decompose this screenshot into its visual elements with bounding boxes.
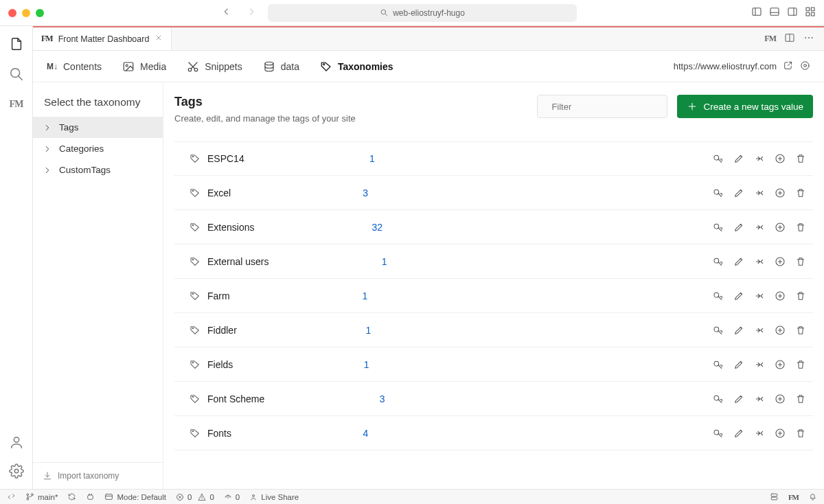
show-contents-icon[interactable]	[713, 153, 724, 164]
show-contents-icon[interactable]	[713, 187, 724, 198]
panel-right-icon[interactable]	[787, 6, 798, 19]
topnav-contents[interactable]: M↓ Contents	[47, 61, 102, 72]
delete-icon[interactable]	[795, 153, 806, 164]
edit-icon[interactable]	[733, 428, 744, 439]
open-external-icon[interactable]	[783, 60, 793, 72]
copilot-icon[interactable]	[86, 492, 95, 501]
move-icon[interactable]	[775, 290, 786, 301]
edit-icon[interactable]	[733, 153, 744, 164]
show-contents-icon[interactable]	[713, 290, 724, 301]
merge-icon[interactable]	[754, 153, 765, 164]
move-icon[interactable]	[775, 428, 786, 439]
topnav-media[interactable]: Media	[122, 60, 166, 73]
edit-icon[interactable]	[733, 256, 744, 267]
edit-icon[interactable]	[733, 222, 744, 233]
edit-icon[interactable]	[733, 393, 744, 404]
account-icon[interactable]	[8, 434, 25, 450]
delete-icon[interactable]	[795, 187, 806, 198]
split-editor-icon[interactable]	[784, 32, 795, 45]
nav-forward-icon[interactable]	[243, 3, 260, 22]
delete-icon[interactable]	[795, 428, 806, 439]
status-bell-icon[interactable]	[808, 492, 817, 501]
tag-count[interactable]: 3	[380, 393, 385, 404]
maximize-window[interactable]	[36, 9, 44, 17]
close-tab-icon[interactable]	[154, 34, 163, 44]
topnav-taxonomies[interactable]: Taxonomies	[320, 60, 393, 73]
tag-count[interactable]: 3	[363, 187, 368, 198]
topnav-snippets[interactable]: Snippets	[187, 60, 242, 73]
frontmatter-action-icon[interactable]: FM	[764, 34, 776, 44]
explorer-icon[interactable]	[8, 36, 25, 52]
frontmatter-icon[interactable]: FM	[8, 96, 25, 113]
merge-icon[interactable]	[754, 359, 765, 370]
delete-icon[interactable]	[795, 325, 806, 336]
create-tag-button[interactable]: Create a new tags value	[677, 95, 813, 118]
delete-icon[interactable]	[795, 290, 806, 301]
topnav-data[interactable]: data	[263, 60, 299, 73]
close-window[interactable]	[8, 9, 16, 17]
tag-count[interactable]: 1	[362, 290, 367, 301]
import-taxonomy-button[interactable]: Import taxonomy	[33, 462, 163, 489]
merge-icon[interactable]	[754, 393, 765, 404]
edit-icon[interactable]	[733, 325, 744, 336]
edit-icon[interactable]	[733, 359, 744, 370]
ports-indicator[interactable]: 0	[224, 493, 240, 501]
more-actions-icon[interactable]	[803, 32, 814, 45]
tag-count[interactable]: 4	[363, 428, 369, 439]
filter-input-wrapper[interactable]	[537, 95, 667, 118]
refresh-settings-icon[interactable]	[800, 60, 810, 73]
problems-indicator[interactable]: 0 0	[176, 493, 214, 501]
move-icon[interactable]	[775, 153, 786, 164]
move-icon[interactable]	[775, 359, 786, 370]
layout-grid-icon[interactable]	[805, 6, 816, 19]
show-contents-icon[interactable]	[713, 256, 724, 267]
panel-left-icon[interactable]	[751, 6, 762, 19]
show-contents-icon[interactable]	[713, 393, 724, 404]
delete-icon[interactable]	[795, 359, 806, 370]
sidebar-item-customtags[interactable]: CustomTags	[33, 159, 163, 181]
delete-icon[interactable]	[795, 256, 806, 267]
filter-input[interactable]	[551, 102, 667, 112]
show-contents-icon[interactable]	[713, 222, 724, 233]
show-contents-icon[interactable]	[713, 428, 724, 439]
move-icon[interactable]	[775, 222, 786, 233]
edit-icon[interactable]	[733, 187, 744, 198]
show-contents-icon[interactable]	[713, 359, 724, 370]
mode-indicator[interactable]: Mode: Default	[104, 492, 166, 501]
merge-icon[interactable]	[754, 256, 765, 267]
tag-count[interactable]: 32	[371, 222, 382, 233]
show-contents-icon[interactable]	[713, 325, 724, 336]
remote-indicator[interactable]	[7, 492, 16, 501]
search-icon[interactable]	[8, 66, 25, 82]
tag-count[interactable]: 1	[369, 153, 375, 164]
sync-icon[interactable]	[67, 492, 76, 501]
sidebar-item-categories[interactable]: Categories	[33, 138, 163, 159]
delete-icon[interactable]	[795, 393, 806, 404]
merge-icon[interactable]	[754, 325, 765, 336]
svg-point-22	[804, 64, 807, 67]
merge-icon[interactable]	[754, 222, 765, 233]
move-icon[interactable]	[775, 187, 786, 198]
tab-frontmatter-dashboard[interactable]: FM Front Matter Dashboard	[33, 27, 172, 50]
move-icon[interactable]	[775, 393, 786, 404]
sidebar-item-tags[interactable]: Tags	[33, 117, 163, 138]
panel-bottom-icon[interactable]	[769, 6, 780, 19]
merge-icon[interactable]	[754, 187, 765, 198]
merge-icon[interactable]	[754, 290, 765, 301]
tag-count[interactable]: 1	[382, 256, 387, 267]
tag-count[interactable]: 1	[364, 359, 369, 370]
nav-back-icon[interactable]	[218, 3, 235, 22]
move-icon[interactable]	[775, 256, 786, 267]
status-fm-icon[interactable]: FM	[788, 492, 799, 501]
command-center[interactable]: web-eliostruyf-hugo	[268, 4, 577, 22]
merge-icon[interactable]	[754, 428, 765, 439]
move-icon[interactable]	[775, 325, 786, 336]
live-share[interactable]: Live Share	[249, 493, 299, 501]
status-server-icon[interactable]	[770, 492, 779, 501]
edit-icon[interactable]	[733, 290, 744, 301]
git-branch[interactable]: main*	[25, 492, 58, 501]
minimize-window[interactable]	[22, 9, 30, 17]
settings-gear-icon[interactable]	[8, 463, 25, 479]
tag-count[interactable]: 1	[366, 325, 371, 336]
delete-icon[interactable]	[795, 222, 806, 233]
